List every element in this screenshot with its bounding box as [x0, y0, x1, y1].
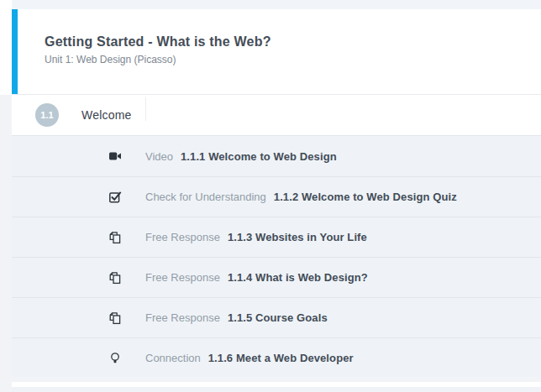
- lightbulb-icon: [108, 352, 122, 365]
- lesson-item-row[interactable]: Free Response 1.1.3 Websites in Your Lif…: [12, 217, 541, 257]
- item-type-label: Free Response: [145, 311, 220, 324]
- item-type-label: Connection: [145, 352, 201, 364]
- item-title-link[interactable]: 1.1.4 What is Web Design?: [228, 271, 368, 284]
- item-type-label: Check for Understanding: [145, 191, 266, 203]
- item-title-link[interactable]: 1.1.5 Course Goals: [228, 311, 328, 324]
- item-title-link[interactable]: 1.1.3 Websites in Your Life: [228, 231, 367, 243]
- video-camera-icon: [108, 149, 122, 163]
- pages-copy-icon: [108, 311, 122, 325]
- item-title-link[interactable]: 1.1.6 Meet a Web Developer: [208, 352, 354, 364]
- section-header-row[interactable]: 1.1 Welcome: [12, 95, 541, 136]
- lesson-item-row[interactable]: Video 1.1.1 Welcome to Web Design: [12, 136, 541, 176]
- lesson-item-row[interactable]: Check for Understanding 1.1.2 Welcome to…: [12, 176, 541, 217]
- page-subtitle: Unit 1: Web Design (Picasso): [45, 54, 271, 65]
- item-type-label: Free Response: [145, 231, 220, 243]
- accent-bar: [12, 9, 18, 94]
- lesson-item-row[interactable]: Free Response 1.1.4 What is Web Design?: [12, 257, 541, 297]
- previous-section-row-edge: [12, 0, 541, 9]
- lesson-header-card: Getting Started - What is the Web? Unit …: [12, 9, 541, 95]
- item-title-link[interactable]: 1.1.2 Welcome to Web Design Quiz: [274, 191, 457, 203]
- pages-copy-icon: [108, 231, 122, 244]
- page-title: Getting Started - What is the Web?: [45, 34, 271, 50]
- lesson-item-row[interactable]: Free Response 1.1.5 Course Goals: [12, 297, 541, 337]
- item-type-label: Free Response: [145, 271, 220, 284]
- lesson-items-list: Video 1.1.1 Welcome to Web Design Check …: [12, 136, 541, 378]
- section-name: Welcome: [81, 108, 132, 122]
- item-type-label: Video: [145, 150, 173, 163]
- item-title-link[interactable]: 1.1.1 Welcome to Web Design: [181, 150, 337, 163]
- section-divider: [145, 97, 146, 121]
- lesson-item-row[interactable]: Connection 1.1.6 Meet a Web Developer: [12, 337, 541, 378]
- checkbox-check-icon: [108, 191, 122, 204]
- pages-copy-icon: [108, 271, 122, 285]
- section-number-badge: 1.1: [35, 103, 59, 127]
- next-item-row-edge: [12, 387, 541, 392]
